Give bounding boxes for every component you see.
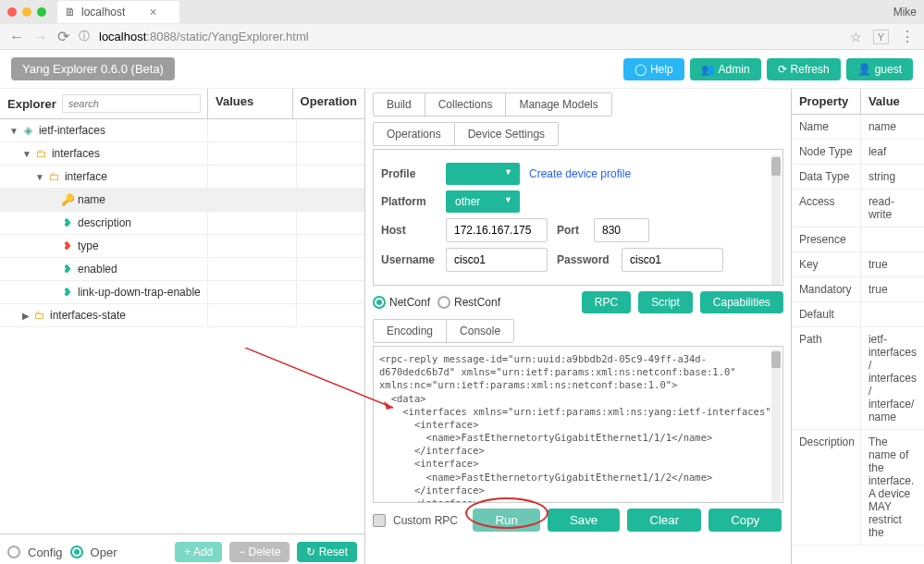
- tab-title: localhost: [81, 6, 125, 18]
- address-bar: ← → ⟳ ⓘ localhost:8088/static/YangExplor…: [0, 24, 924, 50]
- restconf-radio[interactable]: [437, 296, 450, 309]
- oper-label: Oper: [91, 546, 117, 559]
- values-header: Values: [208, 89, 293, 118]
- tree-row[interactable]: ▼◈ietf-interfaces: [0, 119, 364, 142]
- browser-tab[interactable]: 🗎 localhost ×: [57, 1, 179, 23]
- platform-label: Platform: [381, 195, 437, 208]
- tree-row[interactable]: 🔑name: [0, 189, 364, 212]
- property-row: Default: [792, 302, 924, 327]
- add-button[interactable]: + Add: [175, 542, 222, 562]
- tab-device-settings[interactable]: Device Settings: [455, 123, 558, 145]
- menu-icon[interactable]: ⋮: [900, 28, 915, 45]
- refresh-button[interactable]: ⟳Refresh: [767, 58, 841, 80]
- explorer-header: Explorer: [7, 97, 56, 111]
- create-profile-link[interactable]: Create device profile: [529, 167, 631, 180]
- config-radio[interactable]: [7, 546, 20, 558]
- tree-row[interactable]: ▼🗀interfaces: [0, 142, 364, 166]
- copy-button[interactable]: Copy: [708, 509, 782, 532]
- username-input[interactable]: [446, 248, 548, 272]
- info-icon[interactable]: ⓘ: [79, 29, 90, 44]
- property-row: Mandatorytrue: [792, 277, 924, 302]
- tab-build[interactable]: Build: [374, 93, 425, 116]
- guest-button[interactable]: 👤guest: [846, 58, 913, 80]
- window-controls[interactable]: [7, 7, 46, 17]
- property-row: Pathietf-interfaces/ interfaces/ interfa…: [792, 327, 924, 430]
- properties-panel: Property Value NamenameNode TypeleafData…: [791, 89, 924, 564]
- page-icon: 🗎: [65, 6, 76, 18]
- tab-collections[interactable]: Collections: [425, 93, 507, 116]
- sub-tabs: Operations Device Settings: [373, 122, 559, 146]
- script-button[interactable]: Script: [638, 291, 693, 313]
- save-button[interactable]: Save: [548, 509, 620, 532]
- password-input[interactable]: [622, 248, 723, 272]
- property-row: Node Typeleaf: [792, 140, 924, 165]
- forward-icon[interactable]: →: [33, 29, 48, 45]
- bookmark-icon[interactable]: ☆: [850, 30, 862, 44]
- browser-tab-bar: 🗎 localhost × Mike: [0, 0, 924, 24]
- user-icon: 👤: [857, 63, 871, 76]
- value-header: Value: [861, 89, 924, 114]
- close-tab-icon[interactable]: ×: [149, 5, 156, 19]
- host-input[interactable]: [446, 218, 548, 242]
- tab-manage-models[interactable]: Manage Models: [506, 93, 610, 116]
- users-icon: 👥: [701, 63, 715, 76]
- back-icon[interactable]: ←: [9, 29, 24, 45]
- password-label: Password: [557, 253, 612, 266]
- tree-row[interactable]: ▼🗀interface: [0, 166, 364, 189]
- platform-select[interactable]: other: [446, 190, 520, 213]
- console-tabs: Encoding Console: [373, 319, 514, 343]
- chrome-user[interactable]: Mike: [893, 6, 917, 18]
- y-extension-icon[interactable]: Y: [873, 30, 889, 44]
- port-input[interactable]: [594, 218, 649, 242]
- top-tabs: Build Collections Manage Models: [373, 92, 612, 116]
- profile-select[interactable]: [446, 163, 520, 185]
- run-button[interactable]: Run: [473, 509, 539, 532]
- github-icon: ◯: [634, 63, 647, 76]
- property-header: Property: [792, 89, 861, 114]
- minimize-window-icon[interactable]: [22, 7, 31, 17]
- property-row: Namename: [792, 115, 924, 140]
- rpc-button[interactable]: RPC: [582, 291, 631, 313]
- tab-encoding[interactable]: Encoding: [374, 320, 447, 342]
- tree-row[interactable]: ❥enabled: [0, 258, 364, 281]
- profile-label: Profile: [381, 167, 437, 180]
- maximize-window-icon[interactable]: [37, 7, 46, 17]
- config-label: Config: [28, 546, 63, 559]
- restconf-label: RestConf: [454, 296, 500, 309]
- property-row: DescriptionThe name of the interface. A …: [792, 430, 924, 546]
- refresh-icon: ⟳: [778, 63, 787, 76]
- netconf-radio[interactable]: [373, 296, 386, 309]
- tree-row[interactable]: ❥description: [0, 212, 364, 235]
- console-output[interactable]: <rpc-reply message-id="urn:uuid:a9bbdb2d…: [373, 346, 783, 503]
- netconf-label: NetConf: [389, 296, 430, 309]
- app-header: Yang Explorer 0.6.0 (Beta) ◯Help 👥Admin …: [0, 50, 924, 89]
- operation-header: Operation: [293, 89, 364, 118]
- tree-row[interactable]: ❥type: [0, 235, 364, 258]
- close-window-icon[interactable]: [7, 7, 17, 17]
- tab-operations[interactable]: Operations: [374, 123, 455, 145]
- explorer-panel: Explorer Values Operation ▼◈ietf-interfa…: [0, 89, 365, 564]
- delete-button[interactable]: − Delete: [229, 542, 290, 562]
- search-input[interactable]: [62, 94, 201, 113]
- capabilities-button[interactable]: Capabilities: [700, 291, 783, 313]
- explorer-tree[interactable]: ▼◈ietf-interfaces▼🗀interfaces▼🗀interface…: [0, 119, 364, 533]
- clear-button[interactable]: Clear: [627, 509, 701, 532]
- oper-radio[interactable]: [70, 546, 83, 558]
- port-label: Port: [557, 224, 585, 237]
- app-title: Yang Explorer 0.6.0 (Beta): [11, 57, 175, 80]
- url-field[interactable]: localhost:8088/static/YangExplorer.html: [99, 30, 841, 43]
- reload-icon[interactable]: ⟳: [57, 28, 69, 45]
- property-row: Keytrue: [792, 252, 924, 277]
- help-button[interactable]: ◯Help: [623, 58, 684, 80]
- device-form: Profile Create device profile Platform o…: [373, 149, 783, 286]
- center-panel: Build Collections Manage Models Operatio…: [365, 89, 791, 564]
- property-row: Presence: [792, 227, 924, 252]
- tree-row[interactable]: ▶🗀interfaces-state: [0, 304, 364, 327]
- reset-button[interactable]: ↻ Reset: [297, 542, 357, 562]
- custom-rpc-checkbox[interactable]: [373, 514, 386, 527]
- admin-button[interactable]: 👥Admin: [690, 58, 761, 80]
- tree-row[interactable]: ❥link-up-down-trap-enable: [0, 281, 364, 304]
- property-row: Accessread-write: [792, 190, 924, 227]
- tab-console[interactable]: Console: [447, 320, 513, 342]
- username-label: Username: [381, 253, 437, 266]
